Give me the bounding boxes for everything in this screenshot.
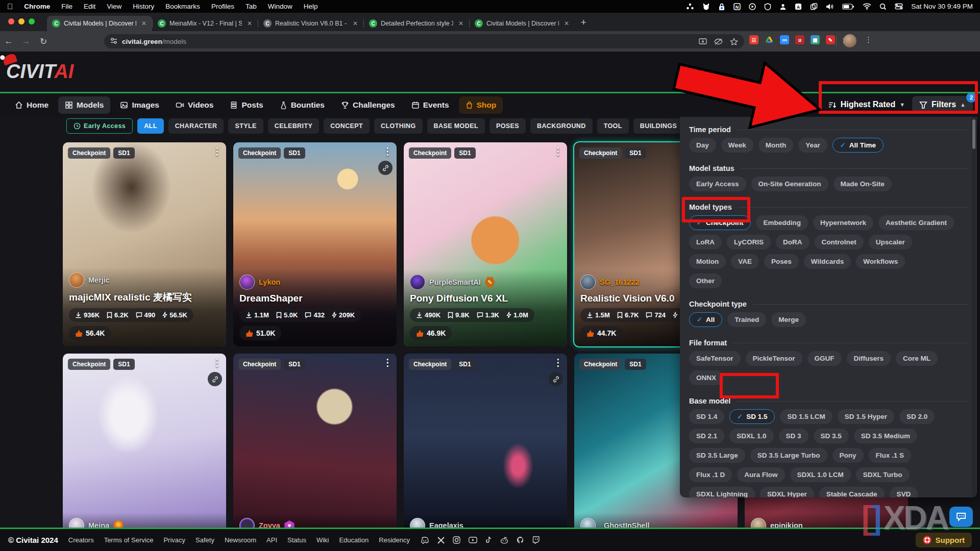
chrome-profile-avatar[interactable] bbox=[843, 34, 856, 47]
filter-chip[interactable]: SafeTensor bbox=[689, 351, 741, 366]
panel-scrollbar[interactable] bbox=[972, 116, 976, 497]
filter-chip[interactable]: SD 2.0 bbox=[899, 409, 935, 424]
category-chip[interactable]: BASE MODEL bbox=[427, 118, 485, 134]
tab-close-icon[interactable]: ✕ bbox=[351, 20, 359, 27]
filter-chip[interactable]: Stable Cascade bbox=[819, 487, 885, 497]
chat-fab-button[interactable] bbox=[949, 507, 973, 527]
tab-close-icon[interactable]: ✕ bbox=[246, 20, 254, 27]
filter-chip[interactable]: Other bbox=[689, 273, 722, 288]
discord-icon[interactable] bbox=[420, 537, 429, 544]
browser-tab[interactable]: CRealistic Vision V6.0 B1 - V5.✕ bbox=[258, 16, 363, 31]
footer-link[interactable]: Privacy bbox=[163, 536, 185, 544]
nav-home[interactable]: Home bbox=[8, 96, 55, 114]
filter-chip[interactable]: Controlnet bbox=[815, 235, 864, 249]
card-menu-icon[interactable]: ⋮ bbox=[553, 146, 563, 156]
creator-name[interactable]: PurpleSmartAI bbox=[429, 278, 481, 286]
lock-app-icon[interactable] bbox=[718, 3, 725, 10]
browser-tab[interactable]: CCivitai Models | Discover Free✕ bbox=[470, 16, 575, 31]
filter-chip-selected[interactable]: ✓SD 1.5 bbox=[729, 409, 775, 424]
creator-name[interactable]: Lykon bbox=[259, 278, 280, 286]
wifi-icon[interactable] bbox=[863, 3, 871, 10]
creator-avatar[interactable] bbox=[239, 274, 255, 290]
nav-images[interactable]: Images bbox=[113, 96, 165, 114]
extension-icon[interactable]: ✎ bbox=[826, 35, 835, 44]
category-chip-early-access[interactable]: Early Access bbox=[66, 118, 133, 134]
filter-chip[interactable]: SDXL Lightning bbox=[689, 487, 755, 497]
footer-link[interactable]: Terms of Service bbox=[104, 536, 154, 544]
filter-chip[interactable]: SD 3.5 Large bbox=[689, 448, 745, 463]
model-card[interactable]: CheckpointSD1 ⋮ PurpleSmartAI✎ Pony Diff… bbox=[404, 142, 567, 346]
category-chip[interactable]: CONCEPT bbox=[324, 118, 370, 134]
card-menu-icon[interactable]: ⋮ bbox=[212, 358, 222, 367]
model-card[interactable]: CheckpointSD1 ⋮ Meina MeinaMix bbox=[63, 354, 226, 551]
filter-chip[interactable]: Hypernetwork bbox=[813, 215, 873, 230]
filter-chip-selected[interactable]: ✓All bbox=[689, 312, 722, 327]
card-menu-icon[interactable]: ⋮ bbox=[383, 146, 393, 156]
address-bar[interactable]: civitai.green/models bbox=[104, 34, 744, 48]
nav-models[interactable]: Models bbox=[58, 96, 110, 114]
menubar-item[interactable]: Profiles bbox=[211, 3, 234, 10]
filter-chip[interactable]: Flux .1 D bbox=[689, 467, 732, 482]
bookmark-star-icon[interactable] bbox=[730, 38, 738, 45]
footer-link[interactable]: Newsroom bbox=[225, 536, 256, 544]
category-chip[interactable]: CLOTHING bbox=[374, 118, 422, 134]
filter-chip[interactable]: LoRA bbox=[689, 235, 722, 249]
youtube-icon[interactable] bbox=[469, 537, 477, 543]
filter-chip[interactable]: ONNX bbox=[689, 370, 723, 385]
card-menu-icon[interactable]: ⋮ bbox=[553, 358, 563, 367]
twitch-icon[interactable] bbox=[532, 536, 540, 544]
drive-extension-icon[interactable] bbox=[765, 35, 774, 44]
browser-tab[interactable]: CMeinaMix - V12 - Final | Stabl✕ bbox=[153, 16, 258, 31]
creator-avatar[interactable] bbox=[580, 274, 596, 290]
filter-chip[interactable]: LyCORIS bbox=[727, 235, 771, 249]
terminal-app-icon[interactable]: A bbox=[795, 3, 802, 10]
filter-chip[interactable]: SDXL 1.0 LCM bbox=[790, 467, 851, 482]
shield-app-icon[interactable] bbox=[764, 3, 771, 10]
browser-tab[interactable]: CDetailed Perfection style XL +✕ bbox=[364, 16, 469, 31]
civitai-logo[interactable]: CIVITAI bbox=[6, 61, 74, 83]
back-button[interactable]: ← bbox=[0, 36, 17, 46]
footer-link[interactable]: Education bbox=[339, 536, 369, 544]
filter-chip[interactable]: SD 3.5 bbox=[814, 429, 849, 443]
footer-link[interactable]: Status bbox=[287, 536, 306, 544]
apple-menu-icon[interactable]:  bbox=[7, 2, 13, 11]
nav-videos[interactable]: Videos bbox=[169, 96, 220, 114]
filter-chip[interactable]: GGUF bbox=[807, 351, 842, 366]
footer-link[interactable]: Wiki bbox=[316, 536, 329, 544]
filter-chip[interactable]: SDXL 1.0 bbox=[729, 429, 773, 443]
control-center-icon[interactable] bbox=[895, 3, 903, 10]
browser-tab[interactable]: CCivitai Models | Discover Free✕ bbox=[47, 16, 152, 31]
filter-chip[interactable]: SD 1.5 Hyper bbox=[838, 409, 894, 424]
footer-link[interactable]: Residency bbox=[379, 536, 410, 544]
filter-chip[interactable]: On-Site Generation bbox=[751, 177, 828, 191]
filter-chip[interactable]: VAE bbox=[731, 254, 759, 269]
footer-link[interactable]: Safety bbox=[195, 536, 214, 544]
extension-icons[interactable]: ☷ zm u ▦ ✎ bbox=[749, 35, 850, 44]
creator-name[interactable]: SG_161222 bbox=[600, 278, 639, 286]
filter-chip[interactable]: SD 3 bbox=[779, 429, 808, 443]
instagram-icon[interactable] bbox=[453, 536, 460, 544]
filter-chip[interactable]: DoRA bbox=[776, 235, 810, 249]
scrollbar-thumb[interactable] bbox=[972, 119, 975, 149]
filter-chip[interactable]: Motion bbox=[689, 254, 726, 269]
card-menu-icon[interactable]: ⋮ bbox=[212, 146, 222, 156]
filter-chip[interactable]: PickleTensor bbox=[746, 351, 802, 366]
filter-chip[interactable]: Pony bbox=[832, 448, 864, 463]
menubar-item[interactable]: Window bbox=[268, 3, 292, 10]
category-chip[interactable]: STYLE bbox=[228, 118, 263, 134]
filter-chip[interactable]: SDXL Hyper bbox=[760, 487, 814, 497]
link-icon[interactable] bbox=[208, 372, 222, 386]
category-chip[interactable]: TOOL bbox=[597, 118, 629, 134]
tab-close-icon[interactable]: ✕ bbox=[562, 20, 571, 27]
nav-posts[interactable]: Posts bbox=[223, 96, 270, 114]
menubar-item[interactable]: Tab bbox=[246, 3, 257, 10]
filter-chip-selected[interactable]: ✓All Time bbox=[832, 138, 884, 153]
footer-link[interactable]: API bbox=[266, 536, 277, 544]
spotlight-search-icon[interactable] bbox=[879, 3, 887, 10]
cat-app-icon[interactable] bbox=[702, 3, 710, 10]
github-icon[interactable] bbox=[517, 536, 524, 544]
filter-chip[interactable]: Upscaler bbox=[869, 235, 912, 249]
model-card[interactable]: CheckpointSD1 ⋮ Zovya♥ ReV Animated bbox=[233, 354, 397, 551]
filter-chip[interactable]: Merge bbox=[771, 312, 806, 327]
filter-chip[interactable]: SVD bbox=[890, 487, 918, 497]
